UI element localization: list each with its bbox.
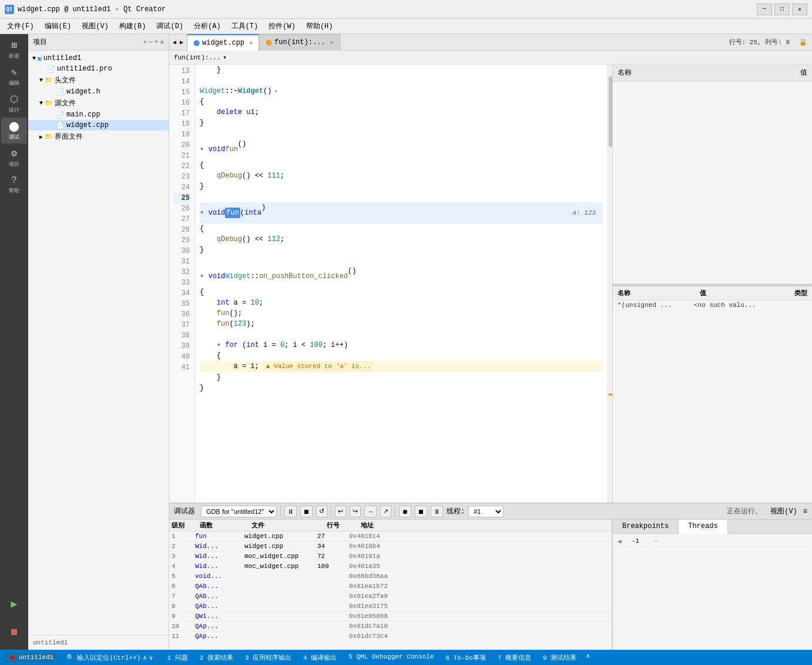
status-tab-summary[interactable]: 7 概要信息 [493, 652, 536, 663]
stack-row-10[interactable]: 11 QAp... 0x61dc73c4 [169, 631, 612, 641]
menu-view[interactable]: 视图(V) [77, 20, 113, 32]
window-controls[interactable]: ─ □ ✕ [757, 4, 807, 15]
sidebar-label-design: 设计 [9, 106, 19, 114]
search-nav-down[interactable]: ∨ [149, 654, 153, 661]
lock-icon[interactable]: 🔒 [799, 39, 807, 46]
toolbar-sep2 [331, 506, 331, 517]
status-tab-qml[interactable]: 5 QML Debugger Console [344, 652, 438, 663]
run-to-cursor-btn[interactable]: ↗ [380, 506, 391, 517]
tab-widget-cpp[interactable]: ⬤ widget.cpp ✕ [187, 34, 259, 51]
stop-button[interactable]: ⏹ [1, 619, 27, 645]
sr-addr-0: 0x401814 [349, 533, 609, 540]
status-tab-search[interactable]: 2 搜索结果 [195, 652, 238, 663]
close-button[interactable]: ✕ [792, 4, 807, 15]
filter-icon[interactable]: ⚡ [143, 38, 147, 46]
tree-item-sources[interactable]: ▼ 📁 源文件 [28, 97, 169, 109]
code-editor[interactable]: 13 14 15 16 17 18 19 20 21 22 23 24 [169, 65, 612, 503]
disable-bp-btn[interactable]: ⏸ [431, 506, 443, 517]
debugger-label: 调试器 [174, 506, 195, 516]
sidebar-item-help[interactable]: ? 帮助 [1, 172, 27, 198]
step-out-btn[interactable]: → [364, 506, 377, 517]
step-over-btn[interactable]: ↩ [335, 506, 346, 517]
more-tabs-icon[interactable]: ∧ [586, 652, 590, 663]
stop-debug-btn[interactable]: ⏹ [300, 506, 313, 517]
tree-item-untitled1[interactable]: ▼ ▣ untitled1 [28, 53, 169, 64]
stack-row-8[interactable]: 9 QWi... 0x61e05068 [169, 611, 612, 621]
stack-col-line: 行号 [327, 521, 356, 530]
thread-select[interactable]: #1 [468, 506, 504, 517]
add-icon[interactable]: + [155, 38, 159, 46]
sr-func-1: Wid... [195, 543, 242, 550]
stack-row-2[interactable]: 3 Wid... moc_widget.cpp 72 0x40191a [169, 552, 612, 562]
sidebar-item-project[interactable]: ⚙ 项目 [1, 145, 27, 171]
stack-row-7[interactable]: 8 QAb... 0x61ea3175 [169, 601, 612, 611]
tab-close-fun-int[interactable]: ✕ [330, 39, 334, 46]
sync-icon[interactable]: ↔ [149, 38, 153, 46]
status-tab-issues[interactable]: 1 问题 [162, 652, 192, 663]
stack-row-5[interactable]: 6 QAb... 0x61ea1b72 [169, 582, 612, 592]
view-button[interactable]: 视图(V) [770, 506, 797, 516]
stack-row-6[interactable]: 7 QAb... 0x61ea2fa9 [169, 592, 612, 601]
menu-analyze[interactable]: 分析(A) [189, 20, 226, 32]
tab-next[interactable]: ▶ [179, 38, 184, 47]
tree-item-main-cpp[interactable]: 📄 main.cpp [28, 109, 169, 120]
sr-level-1: 2 [172, 543, 193, 550]
sr-file-5 [244, 583, 315, 590]
stack-row-9[interactable]: 10 QAp... 0x61dc7a10 [169, 621, 612, 631]
sidebar-item-debug[interactable]: ⬤ 调试 [1, 118, 27, 143]
step-into-btn[interactable]: ↪ [350, 506, 361, 517]
menu-tools[interactable]: 工具(T) [227, 20, 263, 32]
code-line-16: { [200, 96, 603, 107]
tab-close-widget-cpp[interactable]: ✕ [249, 39, 253, 46]
status-tab-test[interactable]: 9 测试结果 [538, 652, 581, 663]
project-name-bottom: untitled1 [28, 635, 169, 650]
run-button[interactable]: ▶ [1, 591, 27, 617]
status-tab-compile[interactable]: 4 编译输出 [298, 652, 341, 663]
minimize-button[interactable]: ─ [757, 4, 772, 15]
scrollbar-thumb[interactable] [609, 76, 612, 147]
sr-level-7: 8 [172, 603, 193, 610]
tab-threads[interactable]: Threads [679, 520, 727, 534]
help-icon: ? [11, 175, 17, 186]
locals-col-val-header: 值 [700, 289, 794, 298]
tab-breakpoints[interactable]: Breakpoints [613, 520, 679, 533]
menu-build[interactable]: 构建(B) [115, 20, 151, 32]
status-tab-todo[interactable]: 6 To-Do事项 [441, 652, 491, 663]
stack-row-4[interactable]: 5 void... 0x68bd36aa [169, 572, 612, 582]
clear-bp-btn[interactable]: ⏹ [415, 506, 427, 517]
tree-item-forms[interactable]: ▶ 📁 界面文件 [28, 131, 169, 143]
menu-help[interactable]: 帮助(H) [301, 20, 338, 32]
menu-debug[interactable]: 调试(D) [152, 20, 188, 32]
code-line-24 [200, 192, 603, 202]
tree-item-widget-h[interactable]: 📄 widget.h [28, 86, 169, 97]
menu-widgets[interactable]: 控件(W) [264, 20, 300, 32]
stack-row-0[interactable]: 1 fun widget.cpp 27 0x401814 [169, 532, 612, 542]
search-nav-up[interactable]: ∧ [143, 654, 147, 661]
status-tab-appout[interactable]: 3 应用程序输出 [240, 652, 296, 663]
sidebar-item-design[interactable]: ⬡ 设计 [1, 91, 27, 116]
stack-row-3[interactable]: 4 Wid... moc_widget.cpp 109 0x401a35 [169, 562, 612, 572]
pause-btn[interactable]: ⏸ [284, 506, 297, 517]
menu-edit[interactable]: 编辑(E) [40, 20, 76, 32]
restart-btn[interactable]: ↺ [316, 506, 327, 517]
breakpoint-btn[interactable]: ⏺ [399, 506, 411, 517]
sidebar-item-edit[interactable]: ✎ 编辑 [1, 64, 27, 89]
tree-label-main-cpp: main.cpp [66, 111, 100, 119]
tree-item-widget-cpp[interactable]: 📄 widget.cpp [28, 120, 169, 131]
stack-row-1[interactable]: 2 Wid... widget.cpp 34 0x4018b4 [169, 542, 612, 552]
more-icon[interactable]: ≡ [803, 507, 807, 516]
sidebar-item-welcome[interactable]: ⊞ 欢迎 [1, 36, 27, 62]
code-content[interactable]: } Widget::~Widget() ▾ { [195, 65, 608, 503]
gdb-select[interactable]: GDB for "untitled12" [201, 506, 277, 517]
close-panel-icon[interactable]: ✕ [160, 38, 164, 46]
tree-item-pro[interactable]: 📄 untitled1.pro [28, 64, 169, 74]
tree-item-headers[interactable]: ▼ 📁 头文件 [28, 74, 169, 86]
sidebar: ⊞ 欢迎 ✎ 编辑 ⬡ 设计 ⬤ 调试 ⚙ 项目 ? 帮助 ▶ ⏹ [0, 34, 28, 650]
stack-header: 级别 函数 文件 行号 地址 [169, 520, 612, 532]
maximize-button[interactable]: □ [774, 4, 790, 15]
tab-fun-int[interactable]: ⬤ fun(int):... ✕ [259, 34, 340, 51]
tab-prev[interactable]: ◀ [172, 38, 177, 47]
editor-scrollbar[interactable] [608, 65, 612, 503]
menu-file[interactable]: 文件(F) [2, 20, 39, 32]
sr-func-9: QAp... [195, 623, 242, 630]
